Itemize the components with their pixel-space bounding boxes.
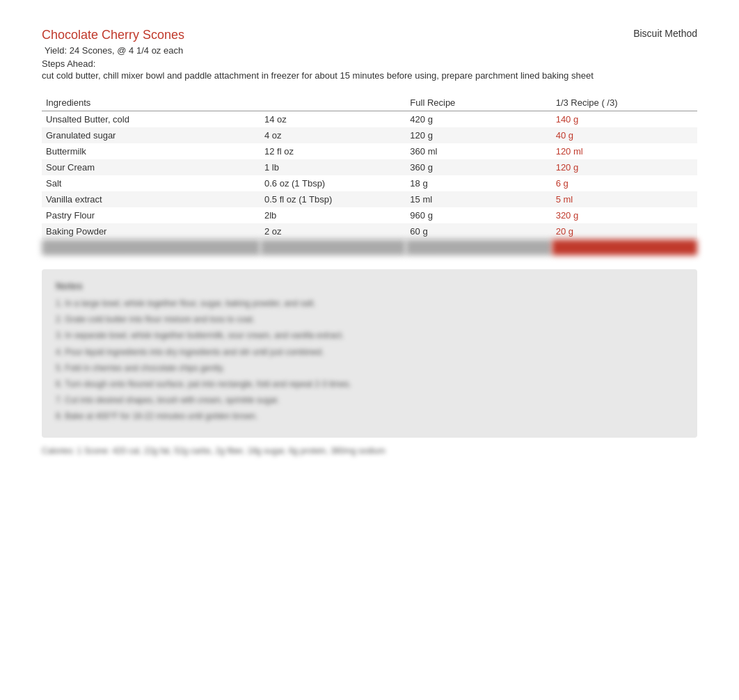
table-row: Granulated sugar 4 oz 120 g 40 g	[42, 127, 697, 143]
yield-line: Yield: 24 Scones, @ 4 1/4 oz each	[45, 45, 697, 56]
table-row: Unsalted Butter, cold 14 oz 420 g 140 g	[42, 111, 697, 128]
recipe-title: Chocolate Cherry Scones	[42, 28, 697, 42]
table-row: Buttermilk 12 fl oz 360 ml 120 ml	[42, 143, 697, 159]
steps-text: cut cold butter, chill mixer bowl and pa…	[42, 70, 697, 81]
method-label: Biscuit Method	[633, 28, 697, 39]
recipe-header: Chocolate Cherry Scones Biscuit Method Y…	[42, 28, 697, 81]
footer-note: Calories: 1 Scone: 420 cal, 22g fat, 52g…	[42, 446, 697, 456]
col-header-third: 1/3 Recipe ( /3)	[552, 95, 697, 111]
table-header-row: Ingredients Full Recipe 1/3 Recipe ( /3)	[42, 95, 697, 111]
notes-content: 1. In a large bowl, whisk together flour…	[56, 297, 683, 424]
notes-section: Notes 1. In a large bowl, whisk together…	[42, 269, 697, 438]
col-header-full: Full Recipe	[406, 95, 551, 111]
table-row: Pastry Flour 2lb 960 g 320 g	[42, 207, 697, 223]
steps-label: Steps Ahead:	[42, 58, 697, 69]
table-row: Baking Powder 2 oz 60 g 20 g	[42, 223, 697, 239]
table-row: Vanilla extract 0.5 fl oz (1 Tbsp) 15 ml…	[42, 191, 697, 207]
table-row: Sour Cream 1 lb 360 g 120 g	[42, 159, 697, 175]
table-row: ████████ ████ ██ ████ ████	[42, 239, 697, 255]
col-header-amount	[260, 95, 406, 111]
ingredients-table: Ingredients Full Recipe 1/3 Recipe ( /3)…	[42, 95, 697, 255]
notes-title: Notes	[56, 280, 683, 292]
table-row: Salt 0.6 oz (1 Tbsp) 18 g 6 g	[42, 175, 697, 191]
col-header-ingredient: Ingredients	[42, 95, 260, 111]
